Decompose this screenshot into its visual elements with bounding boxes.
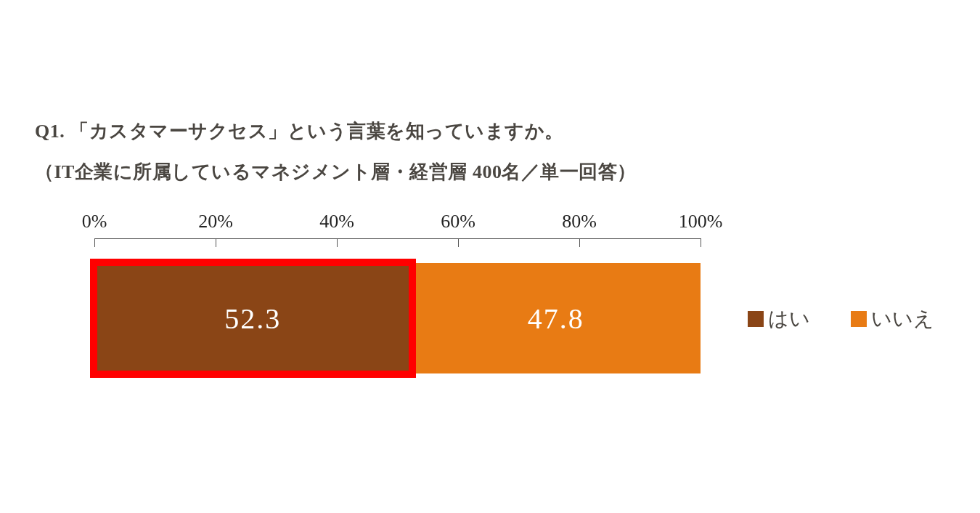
- bar-no: 47.8: [412, 263, 701, 373]
- chart-area: 0% 20% 40% 60% 80% 100% 52.3 47.8: [94, 211, 701, 373]
- bar-yes-value: 52.3: [224, 302, 281, 336]
- chart-title-line2: （IT企業に所属しているマネジメント層・経営層 400名／単一回答）: [35, 157, 637, 187]
- chart-page: Q1. 「カスタマーサクセス」という言葉を知っていますか。 （IT企業に所属して…: [0, 0, 980, 513]
- legend-swatch-yes: [748, 311, 764, 327]
- chart-title-block: Q1. 「カスタマーサクセス」という言葉を知っていますか。 （IT企業に所属して…: [35, 116, 637, 187]
- tick-label-0: 0%: [82, 211, 107, 233]
- tick-label-80: 80%: [562, 211, 597, 233]
- tick-label-20: 20%: [198, 211, 233, 233]
- legend-item-no: いいえ: [851, 305, 934, 333]
- tick-label-60: 60%: [441, 211, 475, 233]
- legend-text-yes: はい: [768, 305, 810, 333]
- tick-label-40: 40%: [319, 211, 354, 233]
- legend: はい いいえ: [748, 305, 934, 333]
- x-axis: 0% 20% 40% 60% 80% 100%: [94, 211, 701, 247]
- bar-yes: 52.3: [94, 263, 412, 373]
- chart-title-line1: Q1. 「カスタマーサクセス」という言葉を知っていますか。: [35, 116, 637, 147]
- legend-swatch-no: [851, 311, 867, 327]
- tick-label-100: 100%: [679, 211, 723, 233]
- legend-text-no: いいえ: [871, 305, 934, 333]
- bar-stack: 52.3 47.8: [94, 263, 701, 373]
- axis-line: [94, 238, 701, 239]
- tick-100: [701, 238, 701, 247]
- legend-item-yes: はい: [748, 305, 810, 333]
- tick-80: [579, 238, 580, 247]
- bar-no-value: 47.8: [528, 302, 584, 336]
- tick-40: [337, 238, 338, 247]
- tick-0: [94, 238, 95, 247]
- tick-60: [458, 238, 459, 247]
- tick-20: [216, 238, 216, 247]
